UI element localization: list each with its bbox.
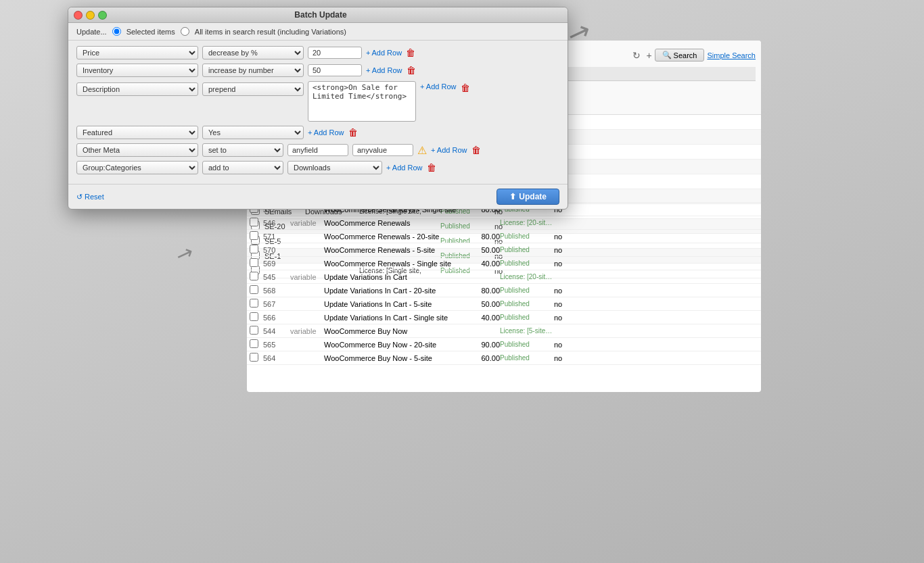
- row-name: WooCommerce Renewals: [324, 219, 459, 227]
- row-ma: no: [554, 260, 574, 268]
- update-icon: ⬆: [509, 192, 516, 201]
- row-ma: no: [554, 300, 574, 308]
- row-publish: Published: [500, 354, 554, 362]
- row-name: Update Variations In Cart - 20-site: [324, 287, 459, 295]
- field-select-price[interactable]: Price Inventory Description Featured Oth…: [76, 46, 198, 59]
- row-check: [250, 218, 263, 228]
- row-publish: Published: [500, 232, 554, 240]
- value-input-price[interactable]: [308, 47, 362, 59]
- plus-icon-price: +: [366, 49, 370, 57]
- row-id: 564: [263, 354, 290, 362]
- row-name: WooCommerce Renewals - 20-site: [324, 232, 459, 241]
- category-value-select[interactable]: Downloads Plugins Themes: [287, 161, 382, 174]
- row-id: 565: [263, 341, 290, 349]
- field-select-featured[interactable]: Price Inventory Description Featured: [76, 126, 198, 139]
- add-row-button-featured[interactable]: + Add Row: [308, 128, 344, 137]
- row-ma: no: [554, 246, 574, 254]
- field-select-group-categories[interactable]: Price Inventory Description Featured Oth…: [76, 161, 198, 174]
- delete-row-featured[interactable]: 🗑: [348, 127, 358, 138]
- product-table-row: 545 variable Update Variations In Cart L…: [247, 270, 761, 284]
- product-table-row: 544 variable WooCommerce Buy Now License…: [247, 324, 761, 338]
- dialog-footer: ↺ Reset ⬆ Update: [68, 184, 568, 209]
- row-price: 80.00: [459, 287, 500, 295]
- radio-selected-label: Selected items: [126, 28, 175, 36]
- field-select-description[interactable]: Price Inventory Description: [76, 82, 198, 96]
- update-button[interactable]: ⬆ Update: [496, 189, 559, 205]
- row-id: 567: [263, 300, 290, 308]
- operation-select-other-meta[interactable]: set to add to: [202, 143, 283, 157]
- operation-select-description[interactable]: prepend append set to: [202, 82, 304, 96]
- row-name: WooCommerce Buy Now - 20-site: [324, 341, 459, 349]
- row-publish: Published: [500, 314, 554, 321]
- row-name: Update Variations In Cart: [324, 273, 459, 281]
- row-check: [250, 231, 263, 241]
- close-button[interactable]: [74, 11, 83, 20]
- row-id: 569: [263, 260, 290, 268]
- row-publish: Published: [500, 300, 554, 308]
- radio-all-items[interactable]: [181, 27, 189, 36]
- reset-icon: ↺: [76, 193, 83, 201]
- row-price: 40.00: [459, 314, 500, 322]
- row-check: [250, 339, 263, 349]
- operation-select-inventory[interactable]: decrease by % increase by number decreas…: [202, 64, 304, 77]
- product-table-row: 569 WooCommerce Renewals - Single site 4…: [247, 257, 761, 270]
- row-ma: no: [554, 314, 574, 322]
- meta-value-input[interactable]: [352, 144, 413, 156]
- delete-row-inventory[interactable]: 🗑: [407, 65, 416, 76]
- delete-row-description[interactable]: 🗑: [461, 82, 470, 93]
- product-table-row: 570 WooCommerce Renewals - 5-site 50.00 …: [247, 243, 761, 257]
- add-row-button-other-meta[interactable]: + Add Row: [431, 146, 467, 154]
- row-id: 571: [263, 232, 290, 241]
- product-table-row: 566 Update Variations In Cart - Single s…: [247, 311, 761, 324]
- reset-button[interactable]: ↺ Reset: [76, 193, 104, 201]
- row-id: 568: [263, 287, 290, 295]
- radio-selected-items[interactable]: [112, 27, 121, 36]
- simple-search-link[interactable]: Simple Search: [707, 51, 756, 59]
- row-publish: Published: [500, 341, 554, 348]
- row-ma: no: [554, 341, 574, 349]
- delete-row-price[interactable]: 🗑: [406, 47, 415, 58]
- add-row-button-categories[interactable]: + Add Row: [386, 164, 423, 172]
- operation-select-featured[interactable]: Yes No: [202, 126, 304, 139]
- row-publish: Published: [500, 246, 554, 253]
- textarea-description[interactable]: <strong>On Sale for Limited Time</strong…: [308, 81, 416, 122]
- search-button[interactable]: 🔍 Search: [655, 49, 705, 62]
- row-publish: License: [5-site, Sing: [500, 327, 554, 335]
- delete-row-categories[interactable]: 🗑: [427, 162, 436, 173]
- value-input-inventory[interactable]: [308, 64, 362, 76]
- add-row-button-price[interactable]: + + Add Row Add Row: [366, 49, 402, 57]
- field-select-other-meta[interactable]: Price Inventory Description Featured Oth…: [76, 143, 198, 157]
- row-price: 90.00: [459, 341, 500, 349]
- delete-row-other-meta[interactable]: 🗑: [471, 145, 481, 155]
- row-id: 544: [263, 327, 290, 335]
- row-type: variable: [290, 273, 324, 281]
- row-check: [250, 258, 263, 268]
- add-row-button-inventory[interactable]: + Add Row: [366, 66, 402, 74]
- update-label: Update...: [76, 28, 107, 36]
- minimize-button[interactable]: [86, 11, 95, 20]
- dialog-titlebar: Batch Update: [68, 7, 568, 23]
- row-publish: Published: [500, 260, 554, 267]
- row-check: [250, 353, 263, 363]
- row-name: WooCommerce Renewals - 5-site: [324, 246, 459, 254]
- row-check: [250, 285, 263, 295]
- warning-icon: ⚠: [417, 144, 427, 157]
- row-name: WooCommerce Buy Now: [324, 327, 459, 335]
- row-id: 566: [263, 314, 290, 322]
- row-price: 50.00: [459, 246, 500, 254]
- row-price: 80.00: [459, 232, 500, 241]
- add-row-button-description[interactable]: + Add Row: [420, 82, 457, 91]
- product-table-row: 571 WooCommerce Renewals - 20-site 80.00…: [247, 230, 761, 243]
- maximize-button[interactable]: [98, 11, 107, 20]
- operation-select-price[interactable]: decrease by % increase by % decrease by …: [202, 46, 304, 59]
- row-price: 50.00: [459, 300, 500, 308]
- field-select-inventory[interactable]: Price Inventory Description: [76, 64, 198, 77]
- row-ma: no: [554, 354, 574, 362]
- product-table-row: 567 Update Variations In Cart - 5-site 5…: [247, 297, 761, 311]
- meta-field-input[interactable]: [287, 144, 348, 156]
- update-row-other-meta: Price Inventory Description Featured Oth…: [76, 143, 559, 157]
- search-magnifier-icon: 🔍: [662, 51, 672, 59]
- row-publish: License: [20-site, 5-s: [500, 273, 554, 280]
- operation-select-group-categories[interactable]: set to add to remove from: [202, 161, 283, 174]
- dialog-title: Batch Update: [107, 10, 534, 20]
